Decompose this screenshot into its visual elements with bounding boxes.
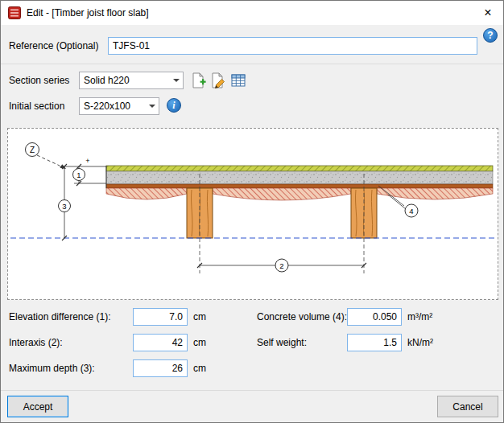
interaxis-input[interactable]	[133, 334, 188, 351]
edit-section-button[interactable]	[209, 72, 227, 89]
initial-section-label: Initial section	[9, 97, 64, 116]
chevron-down-icon[interactable]	[169, 72, 183, 88]
concrete-volume-label: Concrete volume (4):	[257, 307, 347, 326]
app-icon	[8, 6, 21, 19]
dimension-2: 2	[197, 259, 366, 272]
interaxis-unit: cm	[193, 333, 206, 352]
info-icon[interactable]: i	[167, 98, 181, 113]
max-depth-input[interactable]	[133, 359, 188, 377]
concrete-volume-unit: m³/m²	[407, 307, 432, 326]
reference-input[interactable]	[108, 37, 477, 55]
section-table-button[interactable]	[229, 72, 247, 89]
initial-section-combo[interactable]: S-220x100	[79, 97, 159, 115]
elevation-input[interactable]	[133, 308, 188, 326]
interaxis-label: Interaxis (2):	[9, 333, 63, 352]
max-depth-label: Maximum depth (3):	[9, 359, 95, 378]
cancel-button[interactable]: Cancel	[437, 396, 498, 417]
svg-text:+: +	[85, 157, 89, 165]
section-diagram: Z +	[7, 128, 498, 300]
close-button[interactable]: ×	[473, 1, 503, 25]
svg-text:Z: Z	[30, 146, 35, 154]
self-weight-label: Self weight:	[257, 333, 307, 352]
separator	[1, 64, 503, 64]
svg-text:3: 3	[62, 202, 66, 211]
help-button[interactable]: ?	[483, 28, 498, 43]
self-weight-unit: kN/m²	[407, 333, 433, 352]
dimension-3: 3	[59, 164, 71, 240]
reference-label: Reference (Optional)	[9, 36, 98, 55]
add-section-icon	[189, 72, 207, 89]
section-series-label: Section series	[9, 71, 69, 90]
initial-section-value: S-220x100	[80, 101, 145, 112]
window-title: Edit - [Timber joist floor slab]	[27, 1, 149, 25]
elevation-unit: cm	[193, 307, 206, 326]
self-weight-input[interactable]	[347, 334, 402, 351]
accept-button[interactable]: Accept	[7, 396, 68, 417]
svg-text:2: 2	[279, 261, 283, 270]
chevron-down-icon[interactable]	[145, 98, 159, 114]
section-series-value: Solid h220	[80, 75, 169, 86]
edit-section-icon	[209, 72, 227, 89]
section-series-combo[interactable]: Solid h220	[79, 72, 184, 89]
elevation-label: Elevation difference (1):	[9, 307, 111, 326]
concrete-volume-input[interactable]	[347, 308, 402, 326]
svg-text:1: 1	[76, 170, 81, 179]
separator	[1, 390, 503, 391]
add-section-button[interactable]	[189, 72, 207, 89]
svg-text:4: 4	[409, 207, 413, 216]
dimension-1: 1	[60, 164, 106, 186]
section-table-icon	[229, 72, 247, 89]
titlebar: Edit - [Timber joist floor slab] ×	[1, 1, 503, 25]
edit-dialog: Edit - [Timber joist floor slab] × ? Ref…	[0, 0, 504, 423]
max-depth-unit: cm	[193, 359, 206, 378]
slab-layers	[106, 166, 493, 200]
